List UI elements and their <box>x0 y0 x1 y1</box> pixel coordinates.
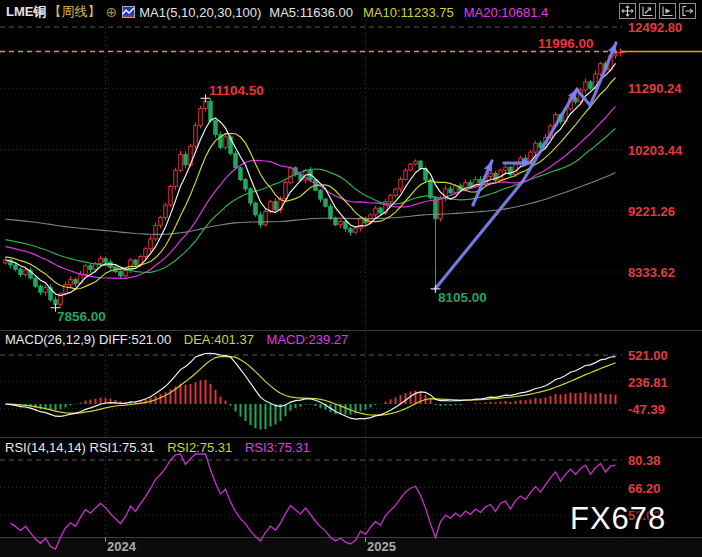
macd-pane-header: MACD(26,12,9) DIFF:521.00 DEA:401.37 MAC… <box>5 332 348 347</box>
x-axis-year-2025: 2025 <box>367 539 396 554</box>
chart-header: LME铜 【周线】 ⊕ MA1(5,10,20,30,100) MA5:1163… <box>6 3 548 21</box>
axis-play-button[interactable] <box>659 3 676 19</box>
rsi-pane-header: RSI(14,14,14) RSI1:75.31 RSI2:75.31 RSI3… <box>5 440 310 455</box>
ma10-value: MA10:11233.75 <box>363 5 454 20</box>
chart-toolbar <box>619 3 696 19</box>
instrument-name: LME铜 <box>6 3 46 21</box>
rsi2-value: RSI2:75.31 <box>167 440 232 455</box>
timeframe-label: 【周线】 <box>48 3 100 21</box>
x-axis-year-2024: 2024 <box>107 539 136 554</box>
macd-hist-value: MACD:239.27 <box>267 332 349 347</box>
rsi3-value: RSI3:75.31 <box>245 440 310 455</box>
ma-settings-label: MA1(5,10,20,30,100) <box>139 5 261 20</box>
pan-tool-button[interactable] <box>619 3 636 19</box>
macd-diff-value: MACD(26,12,9) DIFF:521.00 <box>5 332 171 347</box>
fx678-watermark: FX678 <box>570 501 666 537</box>
price-chart-canvas[interactable] <box>0 0 702 557</box>
rsi1-value: RSI(14,14,14) RSI1:75.31 <box>5 440 155 455</box>
axis-zoom-button[interactable] <box>639 3 656 19</box>
mini-chart-icon[interactable] <box>122 6 135 18</box>
export-chart-button[interactable] <box>679 3 696 19</box>
ma5-value: MA5:11636.00 <box>269 5 353 20</box>
macd-dea-value: DEA:401.37 <box>184 332 254 347</box>
ma20-value: MA20:10681.4 <box>464 5 549 20</box>
trading-app-screen: LME铜 【周线】 ⊕ MA1(5,10,20,30,100) MA5:1163… <box>0 0 702 557</box>
expand-icon[interactable]: ⊕ <box>105 4 117 20</box>
